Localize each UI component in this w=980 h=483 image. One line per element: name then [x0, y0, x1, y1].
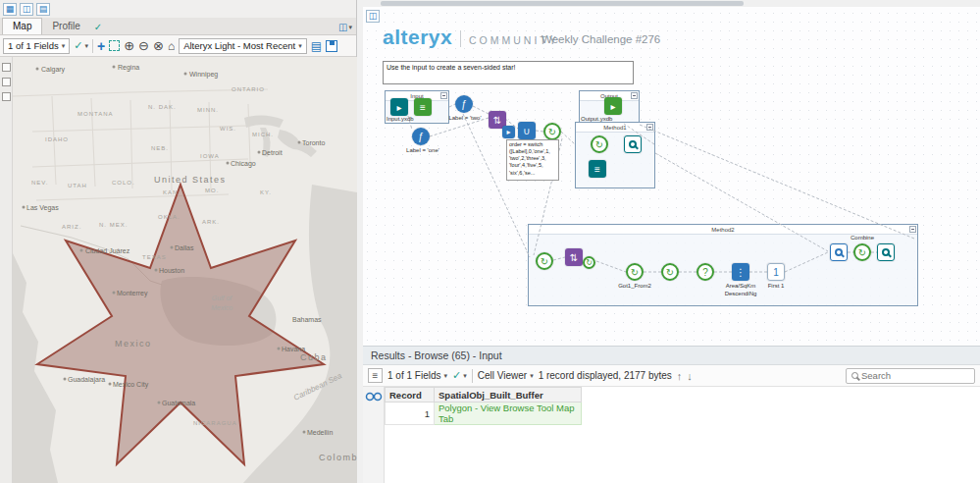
canvas-layout-icon[interactable]: ◫: [366, 10, 380, 23]
pan-tool-icon[interactable]: +: [97, 39, 105, 53]
map-label: Las Vegas: [26, 204, 59, 212]
layers-icon[interactable]: ▤: [311, 39, 322, 53]
fields-dropdown[interactable]: 1 of 1 Fields ▾: [3, 38, 70, 54]
map-label: NICARAGUA: [193, 420, 237, 426]
filter-tool[interactable]: ?: [696, 263, 714, 281]
output-data-tool[interactable]: ▸: [604, 97, 622, 115]
multi-row-formula-tool[interactable]: ↻: [591, 135, 608, 153]
column-header-record[interactable]: Record: [386, 388, 435, 402]
results-search: [846, 368, 975, 384]
browse-tool[interactable]: [877, 243, 895, 261]
sort-icon: ⇅: [493, 115, 501, 126]
sample-tool[interactable]: ↻: [626, 263, 644, 281]
layout-single-icon[interactable]: ▦: [3, 3, 17, 16]
next-record-icon[interactable]: ↓: [687, 370, 693, 382]
cell-viewer-dropdown[interactable]: Cell Viewer ▾: [478, 370, 534, 381]
home-extent-icon[interactable]: ⌂: [168, 39, 175, 53]
text-input-icon: ≡: [420, 102, 426, 113]
map-label: N. MEX.: [99, 222, 128, 228]
map-label: MO.: [205, 188, 219, 193]
comment-box[interactable]: Use the input to create a seven-sided st…: [383, 61, 634, 84]
poly-build-tool[interactable]: ≡: [589, 160, 606, 178]
map-label: WIS.: [220, 126, 236, 132]
results-fields-dropdown[interactable]: 1 of 1 Fields ▾: [387, 370, 447, 381]
union-tool[interactable]: ∪: [518, 122, 536, 139]
map-label: NEV.: [31, 180, 48, 186]
zoom-out-icon[interactable]: ⊖: [138, 39, 149, 53]
select-tool-icon[interactable]: [109, 40, 120, 51]
map-label: MICH.: [252, 132, 274, 137]
text-input-tool[interactable]: ≡: [414, 98, 432, 116]
tab-map[interactable]: Map: [2, 18, 42, 34]
collapse-icon[interactable]: [440, 92, 447, 99]
collapse-icon[interactable]: [631, 92, 638, 99]
separator: [92, 39, 93, 53]
sample-first-tool[interactable]: 1: [767, 263, 785, 281]
layout-split-icon[interactable]: ◫: [20, 3, 33, 16]
rows-icon: ↻: [595, 139, 603, 150]
rows-icon: ↻: [548, 127, 556, 137]
map-label: Medellín: [307, 429, 334, 436]
select-tool[interactable]: ▸: [502, 126, 515, 138]
zoom-in-icon[interactable]: ⊕: [124, 39, 134, 53]
map-label: Cuba: [300, 352, 328, 362]
map-label: KY.: [260, 189, 272, 195]
map-profile-tabbar: Map Profile ✓ ◫ ▾: [0, 18, 356, 35]
column-header-spatialobj[interactable]: SpatialObj_Built_Buffer: [435, 388, 582, 402]
scrollbar-thumb[interactable]: [381, 1, 744, 6]
spatial-info-tool[interactable]: ⋮: [732, 263, 749, 281]
legend-icon[interactable]: [2, 63, 11, 72]
collapse-icon[interactable]: [646, 124, 653, 131]
spatial-process-tool[interactable]: ↻: [853, 243, 871, 261]
browse-tool[interactable]: [624, 135, 642, 153]
chevron-down-icon: ▾: [463, 372, 467, 380]
results-apply-button[interactable]: ✓ ▾: [452, 369, 467, 382]
formula-tool[interactable]: ↻: [661, 263, 679, 281]
results-fields-label: 1 of 1 Fields: [387, 370, 440, 381]
generate-rows-tool[interactable]: ↻: [536, 252, 553, 270]
sort-tool[interactable]: ⇅: [565, 248, 583, 266]
spatial-view-icon[interactable]: [365, 391, 383, 402]
formula-tool[interactable]: ↻: [583, 256, 595, 269]
map-label: United States: [154, 175, 227, 185]
map-label: ARIZ.: [62, 224, 81, 230]
tool-caption: Area/SqKm DescendiNg: [718, 283, 763, 297]
canvas-hscrollbar[interactable]: [363, 0, 980, 7]
map-label: Mexico: [211, 304, 232, 311]
apply-filter-button[interactable]: ✓ ▾: [74, 39, 88, 52]
alteryx-logo[interactable]: alteryx: [383, 26, 452, 49]
rows-icon: ↻: [631, 267, 639, 278]
zoom-window-icon[interactable]: ⊗: [153, 39, 164, 53]
generate-rows-tool[interactable]: ↻: [543, 123, 561, 140]
select-records-tool[interactable]: [830, 243, 848, 261]
tab-profile[interactable]: Profile: [42, 19, 89, 34]
save-map-icon[interactable]: [326, 40, 337, 52]
sample-icon: 1: [773, 267, 779, 278]
rows-icon: ↻: [666, 267, 674, 278]
apply-check-icon[interactable]: ✓: [94, 22, 102, 34]
chevron-down-icon: ▾: [298, 42, 302, 50]
search-input[interactable]: [861, 370, 974, 381]
layout-stack-icon[interactable]: ▤: [36, 3, 50, 16]
basemap-dropdown[interactable]: Alteryx Light - Most Recent ▾: [179, 38, 307, 54]
container-method1[interactable]: Method1: [575, 122, 655, 188]
formula-annotation[interactable]: order = switch ([Label],0,'one',1, 'two'…: [506, 139, 559, 181]
map-label: Mexico: [115, 339, 152, 349]
prev-record-icon[interactable]: ↑: [677, 370, 683, 382]
results-side-strip: [363, 387, 385, 483]
collapse-icon[interactable]: [909, 226, 916, 233]
formula-tool[interactable]: ƒ: [412, 128, 430, 145]
note-icon[interactable]: [2, 92, 11, 101]
map-viewport[interactable]: Calgary Regina Winnipeg ONTARIO MONTANA …: [13, 57, 357, 483]
map-label: MINN.: [197, 107, 219, 113]
spatial-object-link[interactable]: Polygon - View Browse Tool Map Tab: [435, 402, 582, 425]
tag-icon[interactable]: [2, 78, 11, 86]
sort-icon: ⇅: [570, 252, 578, 263]
formula-tool[interactable]: ƒ: [455, 95, 473, 113]
table-options-icon[interactable]: ≡: [368, 368, 383, 383]
dock-control[interactable]: ◫ ▾: [338, 22, 352, 34]
input-data-tool[interactable]: ▸: [390, 98, 408, 116]
workflow-canvas[interactable]: ◫ alteryx COMMUNITY Weekly Challenge #27…: [363, 0, 980, 346]
chevron-down-icon: ▾: [62, 42, 66, 50]
chevron-down-icon: ▾: [443, 372, 447, 380]
